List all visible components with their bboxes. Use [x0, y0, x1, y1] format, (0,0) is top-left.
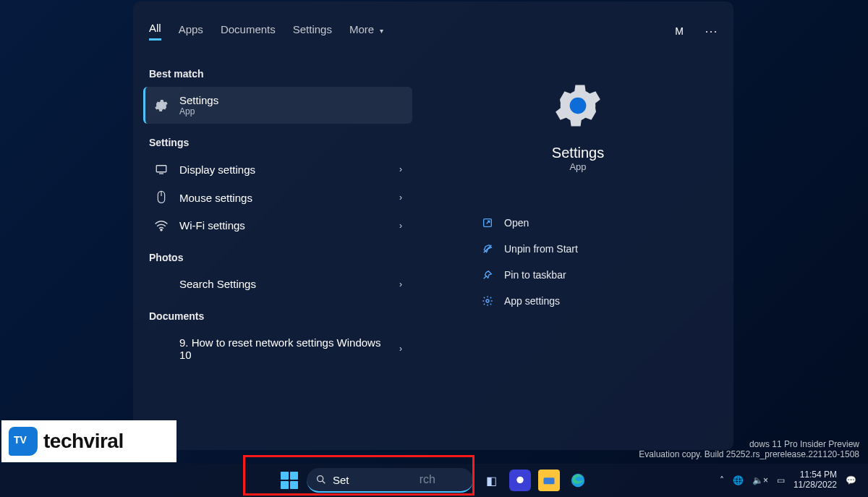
tab-apps[interactable]: Apps — [179, 23, 203, 40]
result-title: Settings — [179, 94, 218, 106]
monitor-icon — [153, 163, 169, 176]
chevron-right-icon: › — [399, 164, 402, 174]
result-title: Mouse settings — [179, 192, 252, 204]
action-label: Pin to taskbar — [504, 269, 566, 281]
section-best-match: Best match — [149, 68, 407, 80]
section-photos: Photos — [149, 252, 407, 263]
svg-point-8 — [486, 300, 489, 302]
tab-more[interactable]: More ▾ — [349, 23, 383, 40]
taskbar: rch ◧ ˄ 🌐 🔈× ▭ 11:54 PM 11/28/2022 💬 — [0, 464, 868, 497]
result-search-settings-photo[interactable]: Search Settings › — [143, 271, 412, 297]
result-reset-network-doc[interactable]: 9. How to reset network settings Windows… — [143, 329, 412, 368]
action-pin-taskbar[interactable]: Pin to taskbar — [477, 262, 679, 288]
logo-text: techviral — [43, 430, 124, 453]
site-watermark-logo: techviral — [1, 420, 176, 462]
svg-rect-1 — [156, 166, 166, 172]
action-label: App settings — [504, 295, 560, 307]
account-avatar[interactable]: M — [671, 23, 687, 39]
gear-small-icon — [481, 295, 494, 307]
section-documents: Documents — [149, 310, 407, 322]
preview-column: Settings App Open Unpin from Start — [422, 48, 733, 450]
taskbar-search[interactable]: rch — [307, 468, 473, 493]
watermark-line2: Evaluation copy. Build 25252.rs_prerelea… — [639, 449, 859, 459]
result-title: Display settings — [179, 163, 255, 176]
taskbar-taskview-icon[interactable]: ◧ — [480, 470, 502, 491]
search-input[interactable] — [333, 474, 443, 486]
result-display-settings[interactable]: Display settings › — [143, 156, 412, 183]
clock-time: 11:54 PM — [793, 470, 837, 480]
watermark-line1: dows 11 Pro Insider Preview — [639, 439, 859, 449]
tab-settings[interactable]: Settings — [293, 23, 332, 40]
action-app-settings[interactable]: App settings — [477, 288, 679, 314]
gear-large-icon — [549, 77, 607, 135]
preview-subtitle: App — [569, 161, 586, 172]
chevron-right-icon: › — [399, 192, 402, 203]
start-button[interactable] — [279, 470, 299, 490]
results-column: Best match Settings App Settings Display… — [133, 48, 422, 450]
result-subtitle: App — [179, 106, 218, 116]
wifi-icon — [153, 220, 169, 231]
chevron-right-icon: › — [399, 344, 402, 354]
open-icon — [481, 217, 494, 229]
tray-chevron-icon[interactable]: ˄ — [720, 475, 724, 485]
action-label: Unpin from Start — [504, 243, 578, 255]
chevron-down-icon: ▾ — [380, 27, 383, 35]
taskbar-explorer-icon[interactable] — [538, 470, 560, 491]
windows-watermark: dows 11 Pro Insider Preview Evaluation c… — [639, 439, 859, 459]
search-tabs: All Apps Documents Settings More ▾ M ⋯ — [133, 1, 733, 48]
gear-icon — [153, 98, 169, 114]
section-settings: Settings — [149, 137, 407, 148]
tray-clock[interactable]: 11:54 PM 11/28/2022 — [793, 470, 837, 490]
preview-actions: Open Unpin from Start Pin to taskbar — [477, 210, 679, 314]
overflow-menu-icon[interactable]: ⋯ — [705, 23, 718, 39]
search-icon — [315, 474, 327, 485]
taskbar-edge-icon[interactable] — [567, 470, 589, 491]
result-mouse-settings[interactable]: Mouse settings › — [143, 183, 412, 212]
tab-all[interactable]: All — [149, 22, 161, 41]
tab-more-label: More — [349, 23, 374, 35]
action-open[interactable]: Open — [477, 210, 679, 236]
tray-notifications-icon[interactable]: 💬 — [846, 475, 856, 485]
tray-volume-icon[interactable]: 🔈× — [752, 475, 768, 485]
svg-point-6 — [570, 98, 587, 114]
action-unpin-start[interactable]: Unpin from Start — [477, 236, 679, 262]
svg-rect-12 — [544, 477, 555, 484]
taskbar-chat-icon[interactable] — [509, 470, 531, 491]
unpin-icon — [481, 243, 494, 255]
result-title: Wi-Fi settings — [179, 219, 245, 231]
pin-icon — [481, 269, 494, 281]
logo-badge-icon — [9, 427, 38, 456]
chevron-right-icon: › — [399, 279, 402, 289]
clock-date: 11/28/2022 — [793, 480, 837, 490]
mouse-icon — [153, 190, 169, 205]
action-label: Open — [504, 217, 529, 229]
tray-battery-icon[interactable]: ▭ — [777, 475, 785, 485]
start-search-panel: All Apps Documents Settings More ▾ M ⋯ B… — [133, 1, 733, 450]
tray-language-icon[interactable]: 🌐 — [733, 475, 744, 485]
svg-point-5 — [161, 229, 162, 230]
svg-point-11 — [516, 477, 523, 483]
result-best-settings[interactable]: Settings App — [143, 87, 412, 124]
result-wifi-settings[interactable]: Wi-Fi settings › — [143, 212, 412, 239]
tab-documents[interactable]: Documents — [221, 23, 276, 40]
result-title: 9. How to reset network settings Windows… — [179, 336, 382, 361]
chevron-right-icon: › — [399, 221, 402, 231]
svg-point-9 — [318, 476, 323, 482]
preview-title: Settings — [552, 145, 604, 161]
result-title: Search Settings — [179, 278, 256, 290]
svg-line-10 — [323, 481, 326, 484]
